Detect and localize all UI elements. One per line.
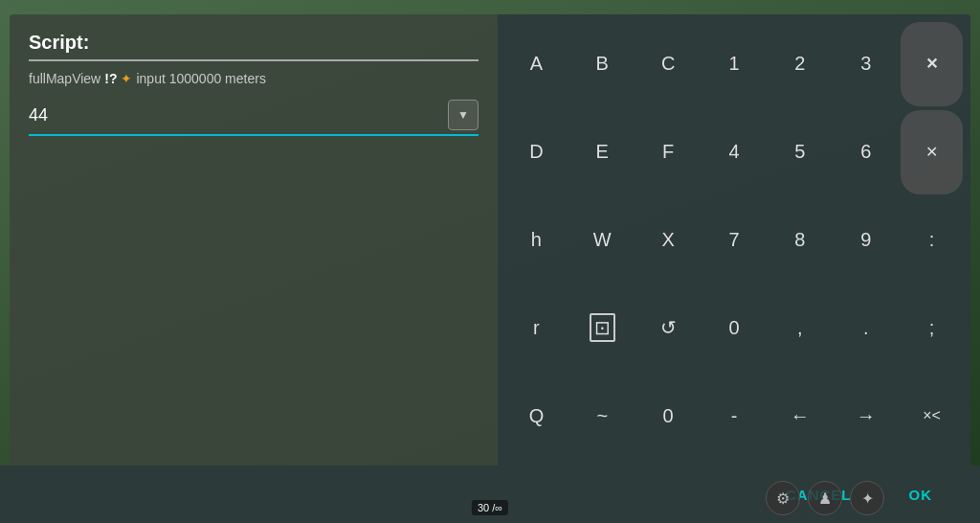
ok-button[interactable]: OK — [880, 475, 962, 514]
keyboard-row-3: h W X 7 8 9 : — [505, 198, 963, 283]
badge-exclaim: !? — [104, 71, 117, 86]
key-arrow-left[interactable]: ← — [768, 374, 831, 458]
key-E[interactable]: E — [571, 110, 634, 194]
key-1[interactable]: 1 — [703, 22, 766, 106]
key-X[interactable]: X — [637, 198, 700, 283]
script-title: Script: — [29, 32, 479, 61]
backspace-button-2[interactable]: ✕ — [901, 110, 963, 194]
key-7[interactable]: 7 — [703, 198, 766, 283]
key-D[interactable]: D — [505, 110, 568, 194]
key-5[interactable]: 5 — [768, 110, 831, 194]
key-A[interactable]: A — [505, 22, 568, 106]
badge-star: ✦ — [121, 71, 132, 86]
key-semicolon[interactable]: ; — [901, 285, 963, 370]
key-3[interactable]: 3 — [835, 22, 897, 106]
backspace-icon-2: ✕ — [925, 143, 938, 161]
key-9[interactable]: 9 — [835, 198, 897, 283]
cancel-button[interactable]: CANCEL — [757, 475, 880, 514]
subtitle-text: fullMapView — [29, 71, 100, 86]
key-select-all[interactable]: ⊡ — [571, 285, 634, 370]
key-tilde[interactable]: ~ — [571, 374, 634, 458]
key-C[interactable]: C — [637, 22, 700, 106]
chevron-down-icon: ▼ — [457, 108, 469, 122]
backspace-icon: ✕ — [925, 55, 938, 73]
key-colon[interactable]: : — [901, 198, 963, 283]
keyboard-row-2: D E F 4 5 6 ✕ — [505, 110, 963, 194]
key-6[interactable]: 6 — [835, 110, 897, 194]
key-0-bot[interactable]: 0 — [637, 374, 700, 458]
key-2[interactable]: 2 — [768, 22, 831, 106]
key-h[interactable]: h — [505, 198, 568, 283]
key-comma[interactable]: , — [768, 285, 831, 370]
left-panel: Script: fullMapView !? ✦ input 1000000 m… — [10, 14, 498, 466]
key-4[interactable]: 4 — [703, 110, 766, 194]
key-Q[interactable]: Q — [505, 374, 568, 458]
history-icon: ↺ — [660, 316, 677, 339]
input-row: ▼ — [29, 100, 479, 136]
subtitle-rest: input 1000000 meters — [136, 71, 265, 86]
keyboard-row-4: r ⊡ ↺ 0 , . ; — [505, 285, 963, 370]
dropdown-button[interactable]: ▼ — [448, 100, 479, 130]
keyboard-panel: A B C 1 2 3 ✕ D E F 4 5 6 ✕ — [498, 14, 970, 466]
key-8[interactable]: 8 — [768, 198, 831, 283]
key-B[interactable]: B — [571, 22, 634, 106]
dialog-overlay: Script: fullMapView !? ✦ input 1000000 m… — [0, 0, 980, 523]
key-collapse[interactable]: ×< — [901, 374, 963, 458]
dialog: Script: fullMapView !? ✦ input 1000000 m… — [10, 14, 970, 466]
backspace-button-1[interactable]: ✕ — [901, 22, 963, 106]
keyboard-row-1: A B C 1 2 3 ✕ — [505, 22, 963, 106]
keyboard-row-5: Q ~ 0 - ← → ×< — [505, 374, 963, 458]
value-input[interactable] — [29, 105, 448, 125]
action-bar: CANCEL OK — [0, 466, 980, 523]
select-all-icon: ⊡ — [590, 313, 615, 342]
key-minus[interactable]: - — [703, 374, 766, 458]
key-history[interactable]: ↺ — [637, 285, 700, 370]
key-0-mid[interactable]: 0 — [703, 285, 766, 370]
key-r[interactable]: r — [505, 285, 568, 370]
key-W[interactable]: W — [571, 198, 634, 283]
script-subtitle: fullMapView !? ✦ input 1000000 meters — [29, 71, 479, 86]
key-F[interactable]: F — [637, 110, 700, 194]
key-arrow-right[interactable]: → — [835, 374, 897, 458]
key-period[interactable]: . — [835, 285, 897, 370]
